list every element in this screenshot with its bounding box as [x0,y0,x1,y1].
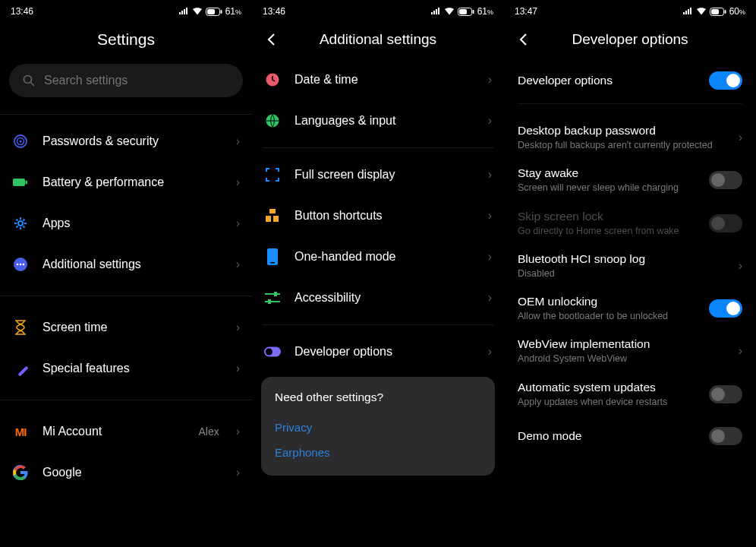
row-onehanded[interactable]: One-handed mode › [252,236,504,277]
fullscreen-icon [264,166,281,183]
svg-rect-34 [724,10,726,14]
chevron-right-icon: › [236,425,240,438]
page-title: Developer options [572,31,688,48]
dev-row-bt-snoop[interactable]: Bluetooth HCI snoop log Disabled › [504,245,756,287]
svg-rect-23 [273,216,279,222]
settings-row-apps[interactable]: Apps › [0,203,252,244]
search-box[interactable] [9,64,243,97]
dev-row-oem-unlock[interactable]: OEM unlocking Allow the bootloader to be… [504,287,756,330]
page-header: Developer options [504,20,756,59]
row-title: WebView implementation [518,337,729,351]
status-bar: 13:46 61% [0,0,252,20]
back-button[interactable] [515,30,533,49]
dev-row-auto-updates[interactable]: Automatic system updates Apply updates w… [504,373,756,416]
svg-rect-9 [26,181,28,185]
settings-row-miaccount[interactable]: MI Mi Account Alex › [0,411,252,452]
chevron-right-icon: › [739,344,742,358]
toggle-switch [709,214,742,232]
row-title: Automatic system updates [518,381,700,394]
toggle-switch[interactable] [709,171,742,189]
chevron-right-icon: › [236,466,240,479]
row-title: Bluetooth HCI snoop log [518,252,729,266]
sliders-icon [264,289,281,306]
status-indicators: 61% [178,6,241,17]
svg-point-13 [20,264,22,266]
svg-point-7 [20,141,22,143]
row-languages[interactable]: Languages & input › [252,100,504,141]
hourglass-icon [12,319,29,336]
chevron-right-icon: › [739,131,742,144]
dev-row-webview[interactable]: WebView implementation Android System We… [504,330,756,372]
svg-point-31 [266,348,272,355]
svg-rect-8 [13,179,25,186]
row-label: Full screen display [295,168,474,182]
svg-rect-22 [266,216,271,222]
settings-row-google[interactable]: Google › [0,452,252,493]
settings-row-additional[interactable]: Additional settings › [0,244,252,285]
wand-icon [12,360,29,377]
row-developer-options[interactable]: Developer options › [252,331,504,372]
row-label: Google [43,466,222,479]
blocks-icon [264,207,281,224]
svg-point-3 [24,76,32,84]
row-label: One-handed mode [295,250,474,264]
row-fullscreen[interactable]: Full screen display › [252,154,504,195]
row-label: Apps [43,217,222,230]
row-label: Developer options [295,345,474,359]
battery-icon [710,8,726,16]
row-accessibility[interactable]: Accessibility › [252,277,504,318]
chevron-right-icon: › [236,258,240,271]
battery-percent: 61% [225,6,241,17]
link-privacy[interactable]: Privacy [275,415,481,440]
row-button-shortcuts[interactable]: Button shortcuts › [252,195,504,236]
toggle-switch[interactable] [709,427,742,445]
chevron-right-icon: › [488,345,492,359]
wifi-icon [444,8,455,15]
battery-percent: 60% [729,6,745,17]
search-input[interactable] [44,74,229,87]
shield-icon [12,133,29,150]
chevron-right-icon: › [236,217,240,230]
dev-row-backup-password[interactable]: Desktop backup password Desktop full bac… [504,116,756,159]
dots-icon [12,256,29,273]
settings-row-battery[interactable]: Battery & performance › [0,162,252,203]
settings-row-special[interactable]: Special features › [0,348,252,389]
status-indicators: 60% [682,6,745,17]
row-sub: Disabled [518,267,729,280]
dev-master-toggle[interactable]: Developer options [504,59,756,102]
battery-icon [206,8,222,16]
back-button[interactable] [263,30,281,49]
toggle-switch[interactable] [709,385,742,403]
row-label: Battery & performance [43,175,222,189]
chevron-right-icon: › [488,291,492,305]
battery-perf-icon [12,174,29,191]
mi-logo-icon: MI [12,423,29,440]
svg-rect-33 [711,9,719,14]
dev-row-demo-mode[interactable]: Demo mode [504,416,756,457]
wifi-icon [696,8,707,15]
row-sub: Desktop full backups aren't currently pr… [518,139,729,151]
link-earphones[interactable]: Earphones [275,440,481,465]
row-sub: Go directly to Home screen from wake [518,225,700,237]
toggle-switch[interactable] [709,71,742,90]
row-datetime[interactable]: Date & time › [252,59,504,100]
svg-rect-1 [207,9,215,14]
settings-row-screentime[interactable]: Screen time › [0,307,252,348]
battery-icon [458,8,474,16]
row-title: Stay awake [518,166,700,180]
globe-icon [264,112,281,129]
wifi-icon [192,8,203,15]
chevron-right-icon: › [236,362,240,375]
row-label: Date & time [295,73,474,87]
toggle-switch[interactable] [709,299,742,318]
dev-toggle-icon [264,343,281,360]
dev-row-stay-awake[interactable]: Stay awake Screen will never sleep while… [504,159,756,201]
gear-icon [12,215,29,232]
chevron-right-icon: › [236,321,240,334]
row-value: Alex [198,425,219,438]
page-header: Additional settings [252,20,504,59]
settings-row-passwords[interactable]: Passwords & security › [0,121,252,162]
status-time: 13:46 [263,6,285,17]
row-label: Button shortcuts [295,209,474,223]
status-bar: 13:46 61% [252,0,504,20]
